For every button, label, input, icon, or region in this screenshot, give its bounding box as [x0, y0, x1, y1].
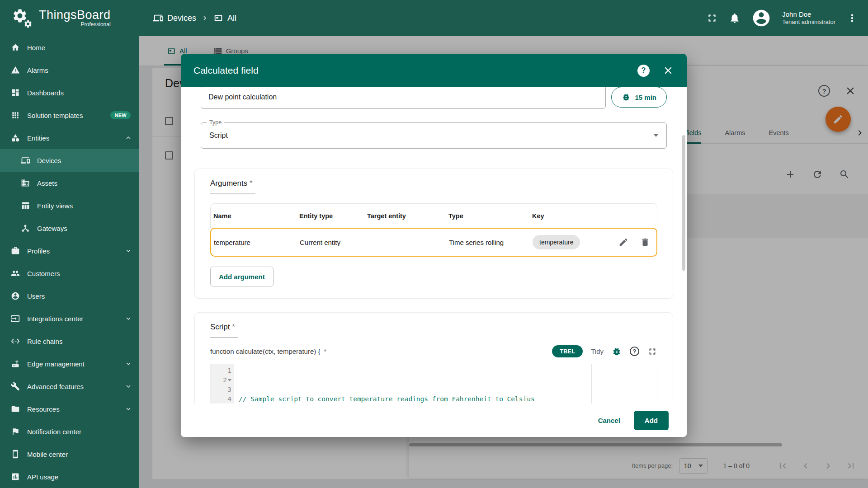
type-select[interactable]: Type Script: [201, 122, 667, 149]
add-argument-button[interactable]: Add argument: [210, 267, 274, 286]
sidebar-item-dashboards[interactable]: Dashboards: [0, 81, 139, 104]
debug-duration-label: 15 min: [635, 94, 656, 101]
sidebar-item-solution-templates[interactable]: Solution templatesNEW: [0, 104, 139, 127]
delete-argument-button[interactable]: [640, 237, 650, 247]
dialog-close-button[interactable]: [662, 65, 674, 76]
sidebar-item-notification-center[interactable]: Notification center: [0, 420, 139, 443]
calculated-field-dialog: Calculated field ? 15 min Type Script Ar…: [181, 54, 687, 437]
function-signature: function calculate(ctx, temperature) {: [210, 347, 320, 355]
new-badge: NEW: [110, 111, 131, 119]
sidebar-item-entity-views[interactable]: Entity views: [0, 194, 139, 217]
sidebar-label: Alarms: [27, 66, 48, 74]
cancel-button[interactable]: Cancel: [590, 411, 628, 430]
sidebar-item-integrations-center[interactable]: Integrations center: [0, 307, 139, 330]
breadcrumb-item-devices[interactable]: Devices: [153, 13, 196, 23]
account-circle-icon: [11, 291, 20, 300]
sidebar-item-devices[interactable]: Devices: [0, 149, 139, 172]
arg-type: Time series rolling: [449, 239, 533, 246]
name-input[interactable]: [201, 87, 606, 109]
type-value: Script: [209, 131, 228, 140]
category-icon: [11, 133, 20, 142]
logo-subtitle: Professional: [81, 21, 111, 28]
script-help-button[interactable]: ?: [630, 347, 639, 356]
fold-icon[interactable]: [228, 379, 231, 381]
sidebar-label: Advanced features: [27, 383, 84, 390]
fullscreen-button[interactable]: [706, 12, 718, 24]
key-chip: temperature: [533, 235, 580, 249]
sidebar-item-assets[interactable]: Assets: [0, 172, 139, 194]
chevron-up-icon: [124, 134, 132, 142]
bug-icon: [612, 347, 622, 357]
sidebar-item-home[interactable]: Home: [0, 36, 139, 59]
chevron-down-icon: [124, 314, 132, 323]
user-info: John Doe Tenant administrator: [782, 10, 835, 26]
sidebar-item-api-usage[interactable]: API usage: [0, 465, 139, 488]
dialog-header: Calculated field ?: [181, 54, 687, 87]
col-entity-type: Entity type: [299, 212, 367, 220]
more-vert-icon: [846, 12, 858, 24]
sidebar-item-advanced-features[interactable]: Advanced features: [0, 375, 139, 398]
tidy-button[interactable]: Tidy: [591, 347, 604, 355]
table-chart-icon: [21, 201, 30, 210]
sidebar-item-users[interactable]: Users: [0, 285, 139, 307]
notifications-button[interactable]: [729, 12, 741, 24]
logo-title: ThingsBoard: [39, 9, 111, 21]
sidebar-item-alarms[interactable]: Alarms: [0, 59, 139, 81]
dialog-help-button[interactable]: ?: [637, 65, 650, 77]
sidebar-item-rule-chains[interactable]: Rule chains: [0, 330, 139, 352]
trash-icon: [640, 237, 650, 247]
thingsboard-logo[interactable]: ThingsBoard Professional: [0, 8, 139, 28]
debug-mode-chip[interactable]: 15 min: [611, 87, 667, 108]
apps-grid-icon: [11, 111, 20, 120]
chevron-down-icon: [124, 360, 132, 368]
sidebar-item-customers[interactable]: Customers: [0, 262, 139, 285]
people-icon: [11, 269, 20, 278]
briefcase-icon: [11, 246, 20, 255]
sidebar-label: Notification center: [27, 428, 81, 436]
sidebar-label: Customers: [27, 270, 60, 277]
settings-ethernet-icon: [11, 337, 20, 346]
col-target-entity: Target entity: [367, 212, 448, 220]
col-type: Type: [448, 212, 532, 220]
user-avatar[interactable]: [751, 8, 771, 28]
breadcrumb-item-all[interactable]: All: [213, 13, 236, 23]
script-debug-button[interactable]: [612, 347, 622, 357]
flag-icon: [11, 427, 20, 436]
chevron-down-icon: [124, 382, 132, 390]
insert-chart-icon: [11, 472, 20, 481]
chevron-down-icon: [654, 134, 658, 137]
script-fullscreen-button[interactable]: [647, 347, 657, 357]
kebab-menu-button[interactable]: [846, 12, 858, 24]
sidebar-item-entities[interactable]: Entities: [0, 127, 139, 149]
sidebar-item-resources[interactable]: Resources: [0, 398, 139, 420]
tbel-toggle[interactable]: TBEL: [552, 345, 583, 357]
dialog-title: Calculated field: [193, 65, 259, 76]
edit-argument-button[interactable]: [618, 237, 628, 247]
sidebar-item-profiles[interactable]: Profiles: [0, 239, 139, 262]
dialog-footer: Cancel Add: [181, 404, 687, 437]
breadcrumb-all-label: All: [227, 14, 236, 23]
sidebar-item-edge-management[interactable]: Edge management: [0, 352, 139, 375]
chevron-right-icon: [201, 14, 209, 22]
dialog-scrollbar[interactable]: [682, 135, 685, 271]
user-role: Tenant administrator: [782, 19, 835, 26]
sidebar-label: Gateways: [37, 225, 67, 232]
gutter-line: 1: [211, 366, 234, 375]
home-icon: [11, 43, 20, 52]
header-actions: John Doe Tenant administrator: [706, 8, 868, 28]
devices-icon: [21, 156, 30, 165]
argument-row[interactable]: temperature Current entity Time series r…: [210, 228, 657, 257]
sidebar-item-gateways[interactable]: Gateways: [0, 217, 139, 239]
sidebar-label: Rule chains: [27, 338, 62, 345]
arg-name: temperature: [214, 239, 300, 246]
col-key: Key: [532, 212, 612, 220]
sidebar-item-mobile-center[interactable]: Mobile center: [0, 443, 139, 465]
entity-group-icon: [213, 13, 223, 23]
dialog-add-button[interactable]: Add: [634, 411, 669, 430]
bell-icon: [729, 12, 741, 24]
script-heading: Script *: [210, 323, 238, 338]
sidebar-label: Entities: [27, 134, 49, 142]
top-header: ThingsBoard Professional Devices All Joh…: [0, 0, 868, 36]
chevron-down-icon: [124, 247, 132, 255]
type-label: Type: [207, 119, 224, 126]
